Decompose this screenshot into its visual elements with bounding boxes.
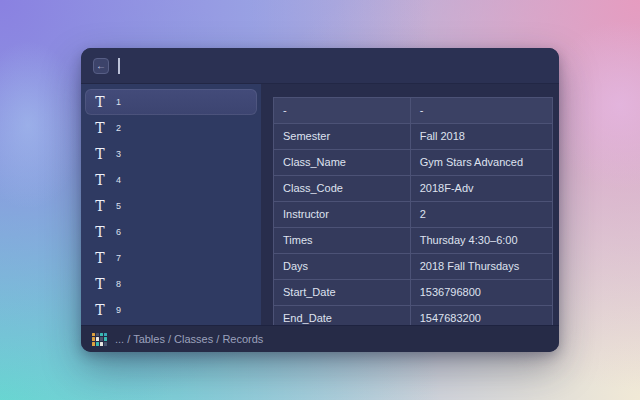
field-key-cell: Instructor — [274, 202, 411, 228]
record-field-table: - - Semester Fall 2018 Class_Name Gym St… — [273, 97, 553, 325]
window-topbar: ← — [81, 48, 559, 84]
field-key-cell: Days — [274, 254, 411, 280]
table-row[interactable]: Semester Fall 2018 — [274, 124, 553, 150]
field-value-cell: Thursday 4:30–6:00 — [410, 228, 552, 254]
field-value-cell: - — [410, 98, 552, 124]
text-caret — [118, 58, 120, 74]
text-field-icon: T — [94, 225, 106, 239]
breadcrumb[interactable]: ... / Tables / Classes / Records — [115, 333, 263, 345]
record-detail-panel: - - Semester Fall 2018 Class_Name Gym St… — [261, 84, 559, 325]
field-value-cell: 2018 Fall Thursdays — [410, 254, 552, 280]
sidebar-item-label: 4 — [116, 175, 121, 185]
sidebar-item-label: 6 — [116, 227, 121, 237]
search-input[interactable] — [118, 55, 547, 77]
table-row[interactable]: - - — [274, 98, 553, 124]
sidebar-item-label: 1 — [116, 97, 121, 107]
desktop-background: ← T 1 T 2 T 3 T — [0, 0, 640, 400]
table-row[interactable]: Instructor 2 — [274, 202, 553, 228]
sidebar-item-record-6[interactable]: T 6 — [85, 219, 257, 245]
text-field-icon: T — [94, 199, 106, 213]
field-value-cell: 2018F-Adv — [410, 176, 552, 202]
field-value-cell: 1547683200 — [410, 306, 552, 326]
field-key-cell: Class_Code — [274, 176, 411, 202]
field-key-cell: Start_Date — [274, 280, 411, 306]
table-row[interactable]: Times Thursday 4:30–6:00 — [274, 228, 553, 254]
field-value-cell: 1536796800 — [410, 280, 552, 306]
records-sidebar: T 1 T 2 T 3 T 4 T 5 — [81, 84, 261, 325]
sidebar-item-label: 3 — [116, 149, 121, 159]
table-grid-icon — [92, 333, 107, 346]
field-value-cell: Fall 2018 — [410, 124, 552, 150]
sidebar-item-record-7[interactable]: T 7 — [85, 245, 257, 271]
sidebar-item-label: 2 — [116, 123, 121, 133]
table-row[interactable]: Class_Name Gym Stars Advanced — [274, 150, 553, 176]
sidebar-item-record-2[interactable]: T 2 — [85, 115, 257, 141]
sidebar-item-label: 8 — [116, 279, 121, 289]
sidebar-item-record-5[interactable]: T 5 — [85, 193, 257, 219]
sidebar-item-label: 9 — [116, 305, 121, 315]
text-field-icon: T — [94, 277, 106, 291]
sidebar-item-record-4[interactable]: T 4 — [85, 167, 257, 193]
text-field-icon: T — [94, 303, 106, 317]
sidebar-item-record-9[interactable]: T 9 — [85, 297, 257, 323]
table-row[interactable]: Days 2018 Fall Thursdays — [274, 254, 553, 280]
field-key-cell: Class_Name — [274, 150, 411, 176]
text-field-icon: T — [94, 173, 106, 187]
sidebar-item-record-1[interactable]: T 1 — [85, 89, 257, 115]
field-value-cell: Gym Stars Advanced — [410, 150, 552, 176]
field-key-cell: Times — [274, 228, 411, 254]
table-row[interactable]: End_Date 1547683200 — [274, 306, 553, 326]
table-row[interactable]: Start_Date 1536796800 — [274, 280, 553, 306]
app-window: ← T 1 T 2 T 3 T — [81, 48, 559, 352]
text-field-icon: T — [94, 95, 106, 109]
sidebar-item-label: 5 — [116, 201, 121, 211]
text-field-icon: T — [94, 251, 106, 265]
text-field-icon: T — [94, 147, 106, 161]
field-key-cell: Semester — [274, 124, 411, 150]
table-row[interactable]: Class_Code 2018F-Adv — [274, 176, 553, 202]
sidebar-item-record-3[interactable]: T 3 — [85, 141, 257, 167]
sidebar-item-record-8[interactable]: T 8 — [85, 271, 257, 297]
text-field-icon: T — [94, 121, 106, 135]
field-value-cell: 2 — [410, 202, 552, 228]
window-body: T 1 T 2 T 3 T 4 T 5 — [81, 84, 559, 325]
status-bar: ... / Tables / Classes / Records — [81, 325, 559, 352]
field-key-cell: - — [274, 98, 411, 124]
sidebar-item-label: 7 — [116, 253, 121, 263]
field-key-cell: End_Date — [274, 306, 411, 326]
back-button[interactable]: ← — [93, 58, 109, 74]
